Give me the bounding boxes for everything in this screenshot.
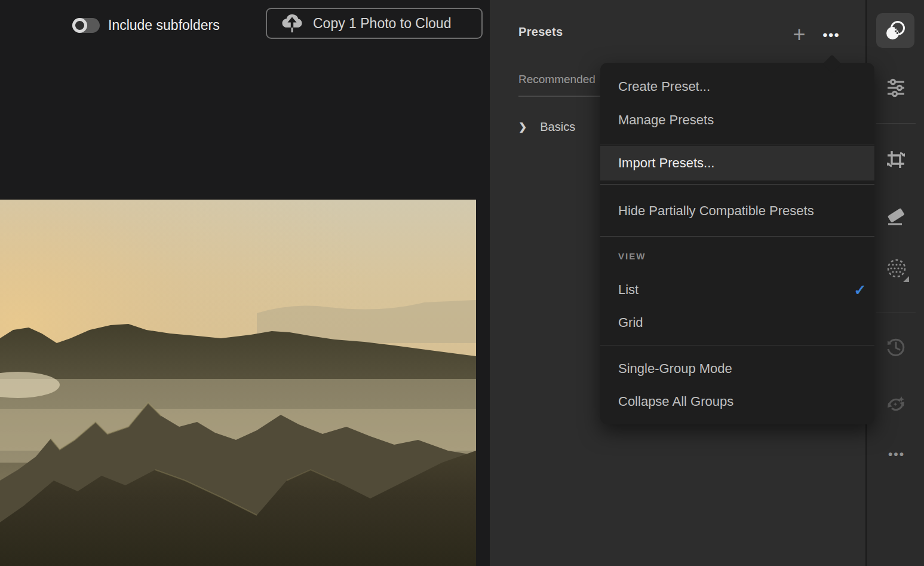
menu-separator [600, 184, 874, 185]
menu-item-hide-partially-compatible[interactable]: Hide Partially Compatible Presets [600, 194, 874, 228]
copy-to-cloud-label: Copy 1 Photo to Cloud [313, 16, 451, 32]
menu-section-view: VIEW [618, 245, 646, 268]
edit-sliders-icon[interactable] [886, 78, 906, 100]
menu-separator [600, 345, 874, 345]
toolbar-divider [876, 123, 916, 124]
photo-thumbnail[interactable] [0, 200, 476, 566]
toolbar-divider [876, 313, 916, 313]
flyout-triangle-icon [903, 276, 909, 282]
include-subfolders-label: Include subfolders [108, 17, 220, 33]
panel-more-icon[interactable]: ••• [818, 26, 845, 44]
more-tools-icon[interactable]: ••• [881, 445, 912, 463]
panel-title: Presets [518, 25, 563, 39]
presets-context-menu: Create Preset... Manage Presets Import P… [600, 63, 874, 424]
menu-item-grid[interactable]: Grid [600, 306, 874, 339]
crop-rotate-icon[interactable] [885, 149, 907, 172]
masking-icon[interactable] [885, 256, 910, 285]
menu-item-import-presets[interactable]: Import Presets... [600, 146, 874, 180]
create-preset-plus-icon[interactable]: + [787, 22, 811, 48]
menu-item-manage-presets[interactable]: Manage Presets [600, 103, 874, 137]
presets-tool-icon[interactable] [884, 20, 907, 44]
history-icon[interactable] [886, 337, 906, 359]
menu-item-list[interactable]: List ✓ [600, 273, 874, 307]
menu-item-list-label: List [618, 282, 638, 297]
menu-item-collapse-all-groups[interactable]: Collapse All Groups [600, 385, 874, 418]
chevron-right-icon: ❯ [518, 121, 527, 133]
healing-eraser-icon[interactable] [885, 206, 907, 230]
menu-item-single-group-mode[interactable]: Single-Group Mode [600, 352, 874, 386]
include-subfolders-toggle[interactable] [72, 18, 100, 33]
check-icon: ✓ [848, 273, 872, 307]
copy-to-cloud-button[interactable]: Copy 1 Photo to Cloud [266, 8, 483, 39]
cloud-upload-icon [280, 11, 304, 35]
menu-separator [600, 145, 874, 145]
menu-separator [600, 236, 874, 237]
menu-item-create-preset[interactable]: Create Preset... [600, 70, 874, 103]
tab-recommended[interactable]: Recommended [518, 71, 600, 89]
versions-icon[interactable] [886, 394, 906, 417]
toggle-knob [72, 18, 87, 33]
preset-group-label: Basics [540, 120, 575, 134]
lightroom-window: Include subfolders Copy 1 Photo to Cloud [0, 0, 924, 566]
